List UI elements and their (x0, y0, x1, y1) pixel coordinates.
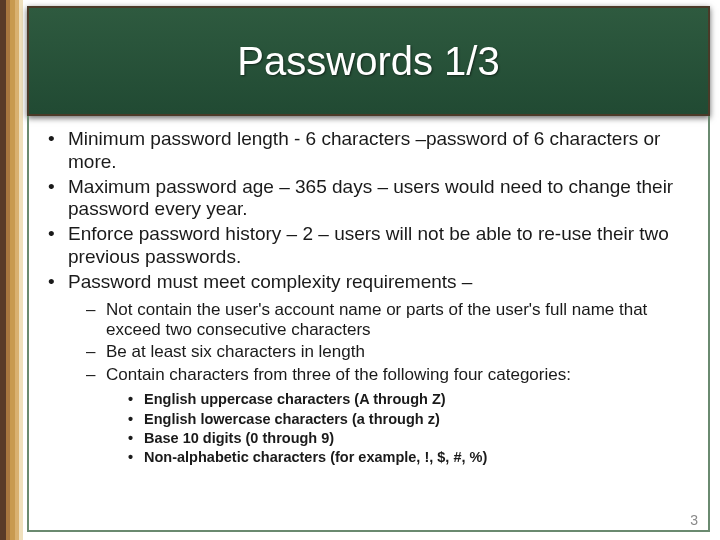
bullet-text: Maximum password age – 365 days – users … (68, 176, 673, 220)
list-item: Non-alphabetic characters (for example, … (126, 449, 698, 466)
bullet-text: Be at least six characters in length (106, 342, 365, 361)
list-item: English uppercase characters (A through … (126, 391, 698, 408)
list-item: Contain characters from three of the fol… (84, 365, 698, 467)
bullet-text: English lowercase characters (a through … (144, 411, 440, 427)
list-item: Enforce password history – 2 – users wil… (44, 223, 698, 269)
page-number: 3 (690, 512, 698, 528)
bullet-text: Not contain the user's account name or p… (106, 300, 647, 339)
bullet-text: Enforce password history – 2 – users wil… (68, 223, 669, 267)
bullet-list-level2: Not contain the user's account name or p… (84, 300, 698, 467)
bullet-text: Non-alphabetic characters (for example, … (144, 449, 487, 465)
slide-content: Minimum password length - 6 characters –… (44, 128, 698, 469)
bullet-text: Contain characters from three of the fol… (106, 365, 571, 384)
list-item: Not contain the user's account name or p… (84, 300, 698, 341)
list-item: Password must meet complexity requiremen… (44, 271, 698, 467)
bullet-text: Base 10 digits (0 through 9) (144, 430, 334, 446)
bullet-list-level1: Minimum password length - 6 characters –… (44, 128, 698, 467)
list-item: Base 10 digits (0 through 9) (126, 430, 698, 447)
side-stripe (19, 0, 23, 540)
list-item: Maximum password age – 365 days – users … (44, 176, 698, 222)
title-bar: Passwords 1/3 (27, 6, 710, 116)
bullet-text: English uppercase characters (A through … (144, 391, 446, 407)
bullet-text: Minimum password length - 6 characters –… (68, 128, 660, 172)
list-item: Minimum password length - 6 characters –… (44, 128, 698, 174)
bullet-text: Password must meet complexity requiremen… (68, 271, 472, 292)
list-item: English lowercase characters (a through … (126, 411, 698, 428)
list-item: Be at least six characters in length (84, 342, 698, 362)
slide-title: Passwords 1/3 (237, 39, 499, 84)
bullet-list-level3: English uppercase characters (A through … (126, 391, 698, 467)
